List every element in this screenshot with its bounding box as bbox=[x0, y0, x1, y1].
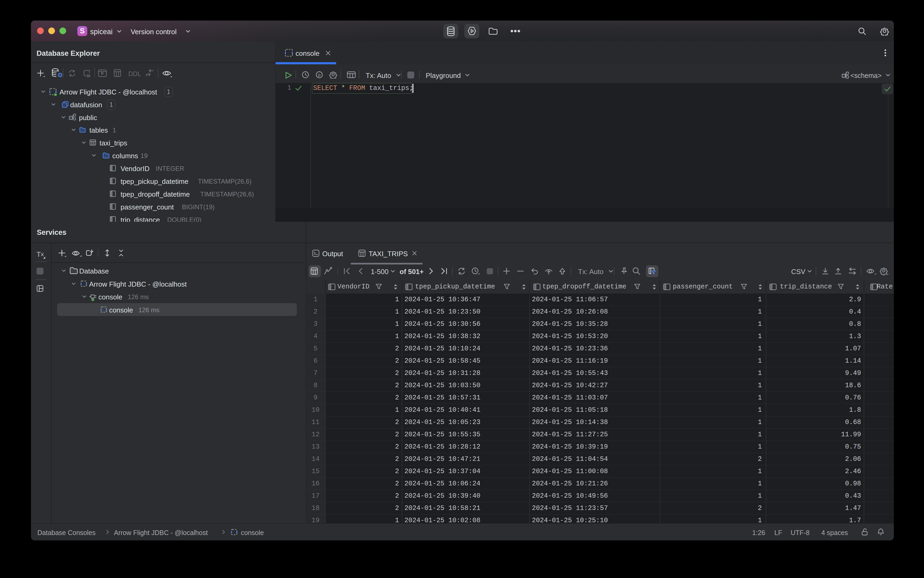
svg-text:p: p bbox=[318, 73, 321, 77]
